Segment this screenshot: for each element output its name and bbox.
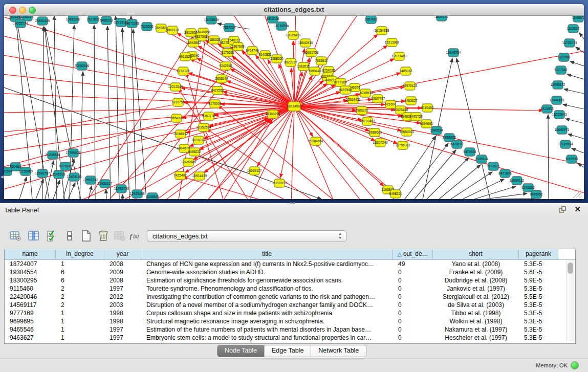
table-row[interactable]: 2242004622012Investigating the contribut… — [5, 293, 575, 301]
graph-node-label: 2935114 — [475, 157, 488, 161]
graph-edge[interactable] — [474, 186, 516, 199]
graph-edge[interactable] — [563, 104, 584, 109]
table-row[interactable]: 1938455462009Genome-wide association stu… — [5, 268, 575, 276]
table-row[interactable]: 969969511998Structural magnetic resonanc… — [5, 317, 575, 325]
graph-edge[interactable] — [197, 58, 294, 106]
select-rows-icon[interactable] — [45, 229, 59, 243]
graph-edge[interactable] — [195, 36, 294, 106]
column-header-name[interactable]: name — [5, 249, 56, 259]
network-window-titlebar[interactable]: citations_edges.txt — [4, 4, 584, 16]
graph-edge[interactable] — [239, 106, 294, 199]
table-row[interactable]: 1830029562008Estimation of significance … — [5, 276, 575, 285]
graph-node-label: 1167553 — [565, 157, 578, 161]
graph-edge[interactable] — [579, 33, 584, 39]
graph-edge[interactable] — [405, 143, 448, 199]
table-cell: Investigating the contribution of common… — [141, 293, 393, 301]
graph-edge[interactable] — [68, 183, 75, 199]
table-selector-dropdown[interactable]: citations_edges.txt ▲▼ — [147, 230, 346, 242]
graph-edge[interactable] — [4, 104, 178, 139]
graph-edge[interactable] — [316, 143, 362, 199]
row-height-icon[interactable] — [62, 229, 77, 243]
graph-edge[interactable] — [294, 106, 584, 169]
graph-edge[interactable] — [131, 16, 136, 199]
table-row[interactable]: 911546021997Tourette syndrome. Phenomeno… — [5, 285, 575, 293]
column-header-year[interactable]: year — [104, 249, 141, 259]
graph-edge[interactable] — [548, 115, 549, 199]
graph-edge[interactable] — [568, 134, 584, 139]
graph-edge[interactable] — [565, 119, 584, 123]
table-row[interactable]: 1456911722003Disruption of a novel membe… — [5, 301, 575, 309]
graph-edge[interactable] — [4, 106, 294, 113]
table-tabs: Node TableEdge TableNetwork Table — [217, 345, 366, 357]
tab-edge-table[interactable]: Edge Table — [265, 345, 311, 357]
table-cell: 18300295 — [5, 276, 56, 285]
graph-edge[interactable] — [94, 25, 95, 199]
graph-edge[interactable] — [564, 89, 584, 94]
graph-edge[interactable] — [294, 47, 584, 106]
graph-edge[interactable] — [4, 72, 294, 106]
divider-grip[interactable]: ●● — [290, 202, 297, 205]
column-header-title[interactable]: title — [141, 249, 393, 259]
graph-edge[interactable] — [45, 161, 54, 199]
graph-node-label: 12042757 — [35, 171, 50, 175]
graph-edge[interactable] — [106, 189, 106, 199]
graph-edge[interactable] — [486, 193, 527, 199]
select-columns-icon[interactable] — [27, 229, 41, 243]
close-panel-icon[interactable]: ✕ — [574, 205, 581, 213]
graph-edge[interactable] — [495, 199, 535, 199]
graph-node-label: 16543862 — [186, 41, 201, 45]
column-header-in_degree[interactable]: in_degree — [56, 249, 104, 259]
graph-edge[interactable] — [107, 26, 111, 199]
graph-edge[interactable] — [133, 29, 146, 199]
memory-status-indicator[interactable] — [571, 361, 579, 369]
graph-edge[interactable] — [137, 106, 294, 199]
graph-node-label: 8822037 — [284, 60, 297, 64]
table-row[interactable]: 1872400712008Changes of HCN gene express… — [5, 260, 575, 268]
graph-edge[interactable] — [567, 74, 584, 79]
new-file-icon[interactable] — [79, 229, 93, 243]
column-header-short[interactable]: short — [433, 249, 519, 259]
delete-icon[interactable] — [96, 229, 111, 243]
table-row[interactable]: 946554611997Estimation of the future num… — [5, 325, 575, 334]
graph-edge[interactable] — [4, 120, 176, 169]
graph-edge[interactable] — [427, 158, 469, 199]
graph-edge[interactable] — [4, 31, 294, 106]
graph-node-label: 7986372 — [355, 108, 368, 112]
tab-network-table[interactable]: Network Table — [311, 345, 366, 357]
table-vertical-scrollbar[interactable] — [566, 260, 574, 342]
graph-edge[interactable] — [291, 106, 294, 199]
graph-edge[interactable] — [294, 106, 393, 199]
graph-edge[interactable] — [415, 150, 456, 199]
svg-text:f: f — [130, 232, 133, 240]
graph-node-label: 7615526 — [140, 25, 154, 28]
network-canvas[interactable]: 1872400789129551822605898275031654386281… — [4, 16, 584, 199]
tab-node-table[interactable]: Node Table — [217, 345, 265, 357]
graph-node-label: 14055724 — [13, 21, 28, 25]
table-cell: Structural magnetic resonance image aver… — [141, 317, 393, 325]
graph-edge[interactable] — [572, 148, 584, 153]
graph-node-label: 16914479 — [192, 174, 207, 178]
table-cell: 5.3E-5 — [519, 309, 558, 317]
table-settings-icon[interactable] — [8, 229, 23, 243]
scrollbar-thumb[interactable] — [568, 262, 573, 274]
graph-edge[interactable] — [122, 194, 123, 199]
graph-edge[interactable] — [122, 28, 129, 199]
table-row[interactable]: 946362711997Embryonic stem cells: a mode… — [5, 334, 575, 342]
panel-collapse-arrow-icon[interactable]: ◀ — [1, 175, 4, 179]
graph-edge[interactable] — [4, 106, 294, 195]
graph-edge[interactable] — [294, 16, 367, 106]
graph-edge[interactable] — [80, 72, 83, 199]
table-row[interactable]: 977716911998Corpus callosum shape and si… — [5, 309, 575, 317]
graph-edge[interactable] — [116, 16, 119, 199]
graph-edge[interactable] — [19, 177, 27, 199]
table-cell: 1 — [56, 260, 104, 268]
float-panel-icon[interactable] — [558, 206, 567, 214]
graph-edge[interactable] — [439, 165, 481, 199]
function-builder-icon[interactable]: f(x) — [129, 229, 143, 243]
graph-edge[interactable] — [89, 186, 92, 199]
graph-edge[interactable] — [456, 58, 490, 199]
graph-edge[interactable] — [570, 61, 584, 66]
column-header-pagerank[interactable]: pagerank — [519, 249, 558, 259]
column-header-out_de[interactable]: △out_de… — [393, 249, 433, 259]
graph-edge[interactable] — [294, 106, 398, 143]
